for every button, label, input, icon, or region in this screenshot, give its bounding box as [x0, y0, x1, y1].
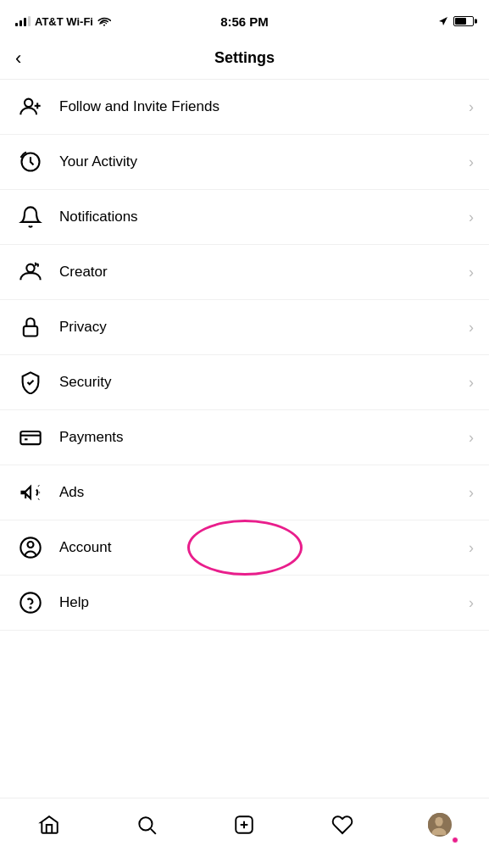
home-icon	[38, 814, 60, 836]
bottom-nav	[0, 798, 489, 868]
heart-icon	[331, 814, 353, 836]
menu-item-creator[interactable]: Creator ›	[0, 245, 489, 300]
person-circle-icon	[15, 532, 46, 563]
megaphone-icon	[15, 477, 46, 508]
svg-rect-6	[20, 431, 40, 444]
nav-profile[interactable]	[420, 804, 460, 845]
settings-menu: Follow and Invite Friends › Your Activit…	[0, 80, 489, 631]
activity-icon	[15, 147, 46, 177]
menu-item-payments[interactable]: Payments ›	[0, 410, 489, 465]
chevron-creator: ›	[469, 264, 474, 281]
nav-likes[interactable]	[322, 804, 363, 845]
svg-line-12	[38, 499, 39, 500]
signal-icon	[15, 16, 31, 26]
lock-icon	[15, 312, 46, 342]
menu-label-help: Help	[59, 594, 462, 611]
chevron-notifications: ›	[469, 209, 474, 226]
chevron-help: ›	[469, 594, 474, 612]
battery-icon	[453, 16, 474, 26]
location-icon	[438, 16, 448, 26]
svg-point-14	[28, 542, 34, 548]
svg-line-10	[38, 486, 39, 487]
menu-label-follow-invite: Follow and Invite Friends	[59, 98, 462, 115]
notification-dot	[452, 837, 458, 843]
shield-icon	[15, 367, 46, 398]
menu-item-follow-invite[interactable]: Follow and Invite Friends ›	[0, 80, 489, 135]
profile-avatar	[428, 813, 452, 837]
chevron-privacy: ›	[469, 319, 474, 337]
add-icon	[233, 814, 255, 836]
svg-point-15	[20, 593, 40, 612]
nav-add[interactable]	[224, 804, 264, 845]
bell-icon	[15, 202, 46, 232]
carrier-label: AT&T Wi-Fi	[35, 15, 93, 28]
svg-rect-5	[24, 326, 37, 337]
search-icon	[136, 814, 158, 836]
menu-label-payments: Payments	[59, 429, 462, 446]
svg-point-0	[25, 99, 32, 107]
svg-point-23	[436, 817, 443, 826]
menu-item-privacy[interactable]: Privacy ›	[0, 300, 489, 355]
card-icon	[15, 422, 46, 453]
wifi-icon	[97, 16, 111, 26]
svg-point-4	[26, 264, 34, 272]
creator-icon	[15, 257, 46, 287]
menu-item-help[interactable]: Help ›	[0, 576, 489, 631]
nav-search[interactable]	[126, 804, 167, 845]
menu-label-account: Account	[59, 539, 462, 556]
status-time: 8:56 PM	[220, 14, 269, 29]
nav-home[interactable]	[29, 804, 69, 845]
menu-item-ads[interactable]: Ads ›	[0, 465, 489, 520]
menu-label-notifications: Notifications	[59, 209, 462, 225]
menu-label-privacy: Privacy	[59, 319, 462, 336]
chevron-payments: ›	[469, 429, 474, 447]
svg-line-18	[151, 829, 156, 834]
chevron-your-activity: ›	[469, 153, 474, 171]
svg-point-16	[30, 607, 31, 608]
menu-label-ads: Ads	[59, 484, 462, 501]
chevron-account: ›	[469, 539, 474, 557]
menu-label-your-activity: Your Activity	[59, 153, 462, 170]
menu-item-account[interactable]: Account ›	[0, 520, 489, 576]
carrier-info: AT&T Wi-Fi	[15, 15, 111, 28]
add-person-icon	[15, 92, 46, 122]
menu-item-notifications[interactable]: Notifications ›	[0, 190, 489, 245]
menu-label-security: Security	[59, 374, 462, 391]
settings-header: ‹ Settings	[0, 37, 489, 80]
menu-label-creator: Creator	[59, 264, 462, 281]
chevron-ads: ›	[469, 484, 474, 502]
menu-item-security[interactable]: Security ›	[0, 355, 489, 410]
chevron-follow-invite: ›	[469, 98, 474, 116]
status-bar: AT&T Wi-Fi 8:56 PM	[0, 0, 489, 37]
page-title: Settings	[214, 49, 275, 67]
svg-point-17	[139, 817, 152, 830]
status-icons	[438, 16, 474, 26]
back-button[interactable]: ‹	[15, 49, 21, 68]
menu-item-your-activity[interactable]: Your Activity ›	[0, 135, 489, 190]
question-icon	[15, 587, 46, 618]
chevron-security: ›	[469, 374, 474, 392]
